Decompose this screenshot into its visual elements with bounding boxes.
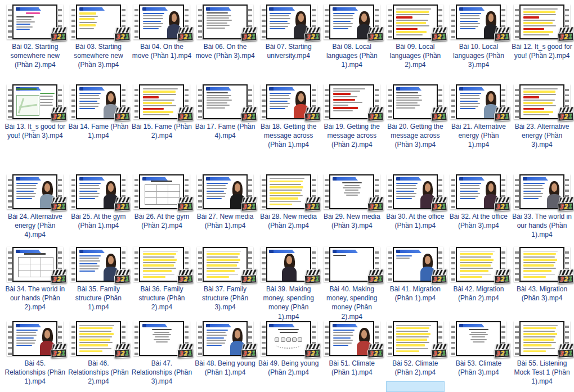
presenter-body: [282, 267, 297, 281]
file-name: Bài 23. Alternative energy (Phần 3).mp4: [512, 122, 572, 150]
clapperboard-top-icon: [178, 26, 194, 33]
presenter-face: [235, 183, 240, 192]
media-321-clapperboard-icon: 321: [177, 269, 194, 284]
file-thumbnail: 321: [70, 4, 127, 39]
file-item[interactable]: 321Bài 36. Family structure (Phần 2).mp4: [130, 247, 194, 321]
file-item[interactable]: 321Bài 19. Getting the message across (P…: [320, 84, 384, 174]
media-321-clapperboard-icon: 321: [114, 106, 130, 121]
file-item[interactable]: 321Bài 39. Making money, spending money …: [257, 247, 320, 321]
file-item[interactable]: 321Bài 37. Family structure (Phần 3).mp4: [194, 247, 257, 321]
file-thumbnail: 321: [197, 4, 253, 39]
file-thumbnail: 321: [261, 4, 317, 39]
file-item[interactable]: 321Bài 07. Starting university.mp4: [257, 4, 320, 84]
file-item[interactable]: 321Bài 06. On the move (Phần 3).mp4: [194, 4, 257, 84]
slide-title-banner: [142, 324, 165, 327]
file-item[interactable]: 321Bài 12. It_s good for you! (Phần 2).m…: [510, 4, 574, 84]
file-name: Bài 21. Alternative energy (Phần 1).mp4: [448, 122, 509, 150]
clapperboard-top-icon: [495, 196, 510, 203]
presenter-figure: [282, 254, 297, 281]
media-321-clapperboard-icon: 321: [367, 343, 384, 358]
file-item[interactable]: 321Bài 47. Relationships (Phần 3).mp4: [130, 321, 194, 392]
file-item[interactable]: 321Bài 18. Getting the message across (P…: [257, 84, 320, 174]
file-name: Bài 34. The world in our hands (Phần 2).…: [5, 285, 65, 312]
file-thumbnail: 321: [450, 4, 506, 39]
file-item[interactable]: 321Bài 15. Fame (Phần 2).mp4: [130, 84, 194, 174]
thumbnail-text-lines: [396, 8, 434, 36]
file-item[interactable]: 321Bài 55. Listening Mock Test 1 (Phần 1…: [510, 321, 574, 392]
clapperboard-top-icon: [242, 196, 257, 203]
slide-title-banner: [269, 7, 292, 11]
presenter-face: [425, 256, 430, 264]
file-item[interactable]: 321Bài 35. Family structure (Phần 1).mp4: [67, 247, 131, 321]
file-item[interactable]: 321Bài 34. The world in our hands (Phần …: [3, 247, 67, 321]
file-item[interactable]: 321Bài 30. At the office (Phần 1).mp4: [384, 174, 447, 247]
file-item[interactable]: 321Bài 20. Getting the message across (P…: [384, 84, 447, 174]
file-name: Bài 04. On the move (Phần 1).mp4: [131, 42, 192, 60]
file-thumbnail: 321: [197, 247, 253, 282]
clapperboard-top-icon: [52, 343, 67, 350]
file-item[interactable]: 321Bài 21. Alternative energy (Phần 1).m…: [447, 84, 510, 174]
media-321-clapperboard-icon: 321: [114, 196, 130, 211]
thumbnail-text-lines: [207, 183, 229, 206]
thumbnail-text-lines: [396, 255, 419, 278]
file-item[interactable]: 321Bài 40. Making money, spending money …: [320, 247, 384, 321]
file-name: Bài 36. Family structure (Phần 2).mp4: [131, 285, 192, 312]
thumbnail-text-lines: [79, 183, 102, 206]
file-item[interactable]: 321Bài 14. Fame (Phần 1).mp4: [67, 84, 131, 174]
file-item[interactable]: 321Bài 09. Local languages (Phần 2).mp4: [384, 4, 447, 84]
media-321-clapperboard-icon: 321: [51, 106, 67, 121]
file-item[interactable]: 321Bài 45. Relationships (Phần 1).mp4: [3, 321, 67, 392]
file-thumbnail: 321: [70, 321, 127, 356]
slide-table-title: [24, 253, 46, 255]
thumbnail-text-lines: [16, 330, 39, 353]
file-name: Bài 10. Local languages (Phần 3).mp4: [448, 42, 509, 70]
file-item[interactable]: 321Bài 03. Starting somewhere new (Phần …: [67, 4, 131, 84]
media-321-clapperboard-icon: 321: [177, 106, 194, 121]
file-item[interactable]: 321Bài 23. Alternative energy (Phần 3).m…: [510, 84, 574, 174]
file-item[interactable]: 321Bài 10. Local languages (Phần 3).mp4: [447, 4, 510, 84]
file-item[interactable]: 321Bài 53. Climate (Phần 3).mp4: [447, 321, 510, 392]
file-item[interactable]: 321Bài 41. Migration (Phần 1).mp4: [384, 247, 447, 321]
slide-title-banner: [459, 324, 482, 327]
file-item[interactable]: 321Bài 04. On the move (Phần 1).mp4: [130, 4, 194, 84]
media-321-clapperboard-icon: 321: [114, 343, 130, 358]
file-name: Bài 26. At the gym (Phần 2).mp4: [131, 212, 192, 230]
file-name: Bài 02. Starting somewhere new (Phần 2).…: [5, 42, 65, 70]
slide-title-banner: [16, 324, 39, 327]
file-item[interactable]: 321Bài 02. Starting somewhere new (Phần …: [3, 4, 67, 84]
file-item[interactable]: 321Bài 13. It_s good for you! (Phần 3).m…: [3, 84, 67, 174]
clapperboard-top-icon: [305, 343, 320, 350]
file-thumbnail: 321: [450, 321, 506, 356]
media-321-clapperboard-icon: 321: [51, 196, 67, 211]
file-name: Bài 53. Climate (Phần 3).mp4: [448, 359, 509, 377]
file-item[interactable]: 321Bài 29. New media (Phần 3).mp4: [320, 174, 384, 247]
thumbnail-text-lines: [207, 92, 244, 116]
file-item[interactable]: 321Bài 26. At the gym (Phần 2).mp4: [130, 174, 194, 247]
file-item[interactable]: 321Bài 46. Relationships (Phần 2).mp4: [67, 321, 131, 392]
file-item[interactable]: 321Bài 33. The world in our hands (Phần …: [510, 174, 574, 247]
file-item[interactable]: 321Bài 49. Being young (Phần 2).mp4: [257, 321, 320, 392]
slide-title-banner: [333, 177, 356, 181]
presenter-face: [108, 256, 114, 264]
file-item[interactable]: 321Bài 08. Local languages (Phần 1).mp4: [320, 4, 384, 84]
file-item[interactable]: 321Bài 43. Migration (Phần 3).mp4: [510, 247, 574, 321]
file-row: 321Bài 34. The world in our hands (Phần …: [3, 247, 574, 321]
file-item[interactable]: 321Bài 42. Migration (Phần 2).mp4: [447, 247, 510, 321]
file-item[interactable]: 321Bài 51. Climate (Phần 1).mp4: [320, 321, 384, 392]
file-thumbnail: 321: [514, 84, 570, 119]
thumbnail-text-lines: [523, 88, 561, 116]
file-item[interactable]: 321Bài 32. At the office (Phần 3).mp4: [447, 174, 510, 247]
file-item[interactable]: 321Bài 25. At the gym (Phần 1).mp4: [67, 174, 131, 247]
file-item[interactable]: 321Bài 27. New media (Phần 1).mp4: [194, 174, 257, 247]
map-diagram: [16, 95, 40, 116]
presenter-face: [286, 256, 292, 264]
file-name: Bài 27. New media (Phần 1).mp4: [195, 212, 255, 230]
file-item[interactable]: 321Bài 24. Alternative energy (Phần 4).m…: [3, 174, 67, 247]
media-321-clapperboard-icon: 321: [430, 343, 447, 358]
file-item[interactable]: 321Bài 17. Fame (Phần 4).mp4: [194, 84, 257, 174]
media-321-clapperboard-icon: 321: [240, 269, 257, 284]
media-321-clapperboard-icon: 321: [51, 343, 67, 358]
file-item[interactable]: 321Bài 48. Being young (Phần 1).mp4: [194, 321, 257, 392]
file-name: Bài 20. Getting the message across (Phần…: [385, 122, 446, 150]
file-item[interactable]: 321Bài 28. New media (Phần 2).mp4: [257, 174, 320, 247]
